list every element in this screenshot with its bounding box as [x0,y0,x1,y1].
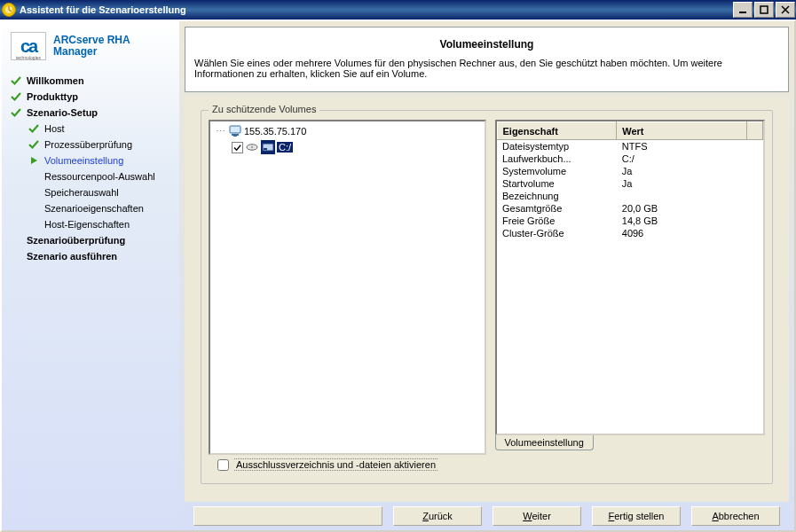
nav-volume-setting[interactable]: Volumeeinstellung [11,153,176,168]
prop-val: 4096 [617,227,747,239]
svg-rect-3 [230,126,240,133]
nav-label: Volumeeinstellung [44,155,123,166]
nav-label: Produkttyp [27,91,78,102]
nav-label: Host [44,123,65,134]
groupbox-label: Zu schützende Volumes [209,104,319,114]
window-title: Assistent für die Szenarioerstellung [20,4,186,15]
tab-strip: Volumeeinstellung [495,435,766,455]
svg-rect-5 [233,136,237,137]
table-row[interactable]: Laufwerkbuch...C:/ [497,153,763,165]
nav-label: Szenario-Setup [27,107,98,118]
prop-key: Gesamtgröße [497,202,617,215]
tree-host-row[interactable]: ⋯ 155.35.75.170 [212,123,483,139]
page-description: Wählen Sie eines oder mehrere Volumes fü… [194,58,779,79]
col-property[interactable]: Eigenschaft [497,122,617,140]
prop-val: C:/ [617,153,747,165]
computer-icon [228,124,242,138]
prop-val: 14,8 GB [617,215,747,227]
nav-scenario-verify[interactable]: Szenarioüberprüfung [11,232,176,248]
col-value[interactable]: Wert [617,122,747,140]
prop-val: NTFS [617,140,747,153]
nav-label: Speicherauswahl [44,187,119,198]
nav-label: Host-Eigenschaften [44,219,130,230]
prop-key: Laufwerkbuch... [497,153,617,165]
volume-tree[interactable]: ⋯ 155.35.75.170 [209,120,486,455]
exclusion-checkbox[interactable] [217,459,229,471]
nav-host[interactable]: Host [11,121,176,137]
table-row[interactable]: StartvolumeJa [497,177,763,190]
nav-producttype[interactable]: Produkttyp [11,89,176,105]
check-icon [28,139,39,150]
nav-welcome[interactable]: Willkommen [11,73,176,89]
tab-volume-setting[interactable]: Volumeeinstellung [495,435,594,450]
button-bar: Zurück Weiter Fertig stellen Abbrechen [185,502,789,530]
nav-label: Szenarioüberprüfung [27,235,125,246]
app-icon [2,3,16,17]
disk-icon [245,140,259,154]
nav-host-props[interactable]: Host-Eigenschaften [11,216,176,232]
brand-badge: ca technologies [11,32,46,60]
close-button[interactable] [776,2,795,18]
prop-key: Systemvolume [497,165,617,177]
triangle-right-icon [28,155,39,166]
nav-label: Szenarioeigenschaften [44,203,144,214]
check-icon [11,107,21,118]
nav-label: Szenario ausführen [27,251,117,262]
table-row[interactable]: SystemvolumeJa [497,165,763,177]
volume-panel: Zu schützende Volumes ⋯ 155.35.75.170 [185,98,789,502]
nav-label: Willkommen [27,75,84,86]
brand-logo: ca technologies ARCserve RHAManager [11,28,176,73]
drive-icon [261,140,275,154]
page-title: Volumeeinstellung [194,38,779,51]
svg-rect-9 [264,148,267,150]
finish-button[interactable]: Fertig stellen [592,506,681,526]
status-bar [193,506,382,526]
back-button[interactable]: Zurück [393,506,482,526]
table-row[interactable]: Cluster-Größe4096 [497,227,763,239]
volume-checkbox[interactable] [232,142,243,153]
brand-text: ARCserve RHAManager [53,35,130,58]
sidebar: ca technologies ARCserve RHAManager Will… [2,21,179,530]
nav-run[interactable]: Szenario ausführen [11,248,176,264]
prop-key: Dateisystemtyp [497,140,617,153]
nav-scenario-props[interactable]: Szenarioeigenschaften [11,200,176,216]
tree-connector-icon: ⋯ [214,126,226,137]
nav-label: Ressourcenpool-Auswahl [44,171,155,182]
tree-volume-row[interactable]: C:/ [212,139,483,155]
next-button[interactable]: Weiter [493,506,581,526]
table-row[interactable]: Freie Größe14,8 GB [497,215,763,227]
table-row[interactable]: DateisystemtypNTFS [497,140,763,153]
property-list[interactable]: Eigenschaft Wert DateisystemtypNTFSLaufw… [495,120,766,435]
prop-key: Freie Größe [497,215,617,227]
col-spacer [747,122,763,140]
nav-scenario-setup[interactable]: Szenario-Setup [11,105,176,121]
tree-volume-label: C:/ [277,142,293,153]
cancel-button[interactable]: Abbrechen [691,506,780,526]
svg-rect-2 [761,6,768,13]
exclusion-label[interactable]: Ausschlussverzeichnis und -dateien aktiv… [234,458,437,471]
prop-val [617,190,747,202]
tree-host-label: 155.35.75.170 [244,126,306,137]
svg-rect-4 [232,134,239,136]
titlebar: Assistent für die Szenarioerstellung [0,0,796,20]
check-icon [28,123,39,134]
nav-process-check[interactable]: Prozessüberprüfung [11,137,176,153]
prop-key: Startvolume [497,177,617,190]
check-icon [11,91,21,102]
prop-key: Cluster-Größe [497,227,617,239]
prop-key: Bezeichnung [497,190,617,202]
svg-point-7 [251,146,253,147]
header-panel: Volumeeinstellung Wählen Sie eines oder … [185,27,789,92]
prop-val: Ja [617,177,747,190]
table-row[interactable]: Bezeichnung [497,190,763,202]
prop-val: 20,0 GB [617,202,747,215]
prop-val: Ja [617,165,747,177]
svg-rect-1 [739,12,746,13]
minimize-button[interactable] [733,2,753,18]
maximize-button[interactable] [754,2,774,18]
nav-storage[interactable]: Speicherauswahl [11,184,176,200]
nav-respool[interactable]: Ressourcenpool-Auswahl [11,168,176,184]
nav-label: Prozessüberprüfung [44,139,132,150]
table-row[interactable]: Gesamtgröße20,0 GB [497,202,763,215]
check-icon [11,75,21,86]
